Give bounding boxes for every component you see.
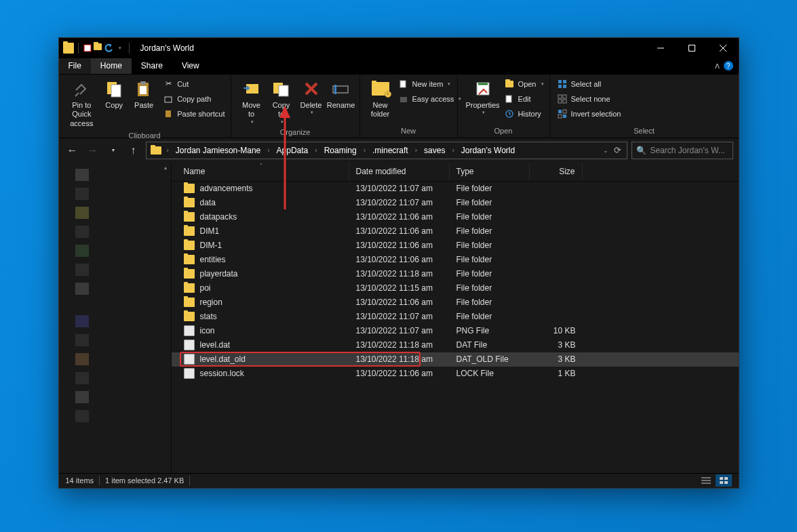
breadcrumb-separator[interactable]: › (361, 146, 368, 154)
file-type: File folder (450, 255, 530, 264)
breadcrumb-item[interactable]: .minecraft (370, 144, 411, 157)
file-row[interactable]: session.lock13/10/2022 11:06 amLOCK File… (172, 367, 739, 381)
view-large-icons-button[interactable] (716, 474, 732, 487)
file-rows-container[interactable]: advancements13/10/2022 11:07 amFile fold… (172, 182, 739, 473)
file-row[interactable]: playerdata13/10/2022 11:18 amFile folder (172, 267, 739, 281)
navigation-pane[interactable]: ▴ (59, 163, 172, 473)
column-header-type[interactable]: Type (450, 163, 530, 181)
file-icon (184, 340, 195, 350)
column-header-date[interactable]: Date modified (349, 163, 450, 181)
file-row[interactable]: data13/10/2022 11:07 amFile folder (172, 196, 739, 210)
file-date: 13/10/2022 11:06 am (349, 369, 450, 378)
tab-home[interactable]: Home (91, 58, 132, 74)
close-button[interactable] (707, 38, 739, 58)
tab-share[interactable]: Share (132, 58, 172, 74)
copy-button[interactable]: Copy (99, 77, 129, 112)
recent-locations-button[interactable]: ▾ (105, 142, 121, 159)
file-type: PNG File (450, 326, 530, 335)
paste-button[interactable]: Paste (129, 77, 159, 112)
copy-to-button[interactable]: Copy to▾ (267, 77, 296, 127)
file-row[interactable]: level.dat_old13/10/2022 11:18 amDAT_OLD … (172, 352, 739, 367)
file-date: 13/10/2022 11:06 am (349, 212, 450, 222)
open-button[interactable]: Open▾ (504, 77, 544, 91)
breadcrumb-separator[interactable]: › (312, 146, 319, 154)
view-details-button[interactable] (698, 474, 714, 487)
sidebar-scrollbar[interactable]: ▴ (160, 163, 171, 473)
address-dropdown-icon[interactable]: ⌄ (603, 147, 608, 154)
breadcrumb-item[interactable]: saves (421, 144, 448, 157)
file-type: File folder (450, 269, 530, 279)
refresh-icon[interactable]: ⟳ (614, 145, 621, 155)
svg-rect-34 (558, 115, 562, 118)
copy-to-icon (271, 79, 292, 99)
edit-button[interactable]: Edit (504, 92, 544, 106)
pin-to-quick-access-button[interactable]: Pin to Quick access (64, 77, 100, 130)
select-none-button[interactable]: Select none (557, 92, 621, 106)
breadcrumb-item[interactable]: AppData (274, 144, 311, 157)
svg-rect-27 (563, 85, 566, 88)
breadcrumb-item[interactable]: Jordan Jamieson-Mane (173, 144, 263, 157)
file-row[interactable]: DIM113/10/2022 11:06 amFile folder (172, 224, 739, 239)
new-item-button[interactable]: New item▾ (398, 77, 462, 91)
svg-rect-11 (166, 110, 171, 117)
breadcrumb-item[interactable]: Jordan's World (459, 144, 518, 157)
maximize-button[interactable] (676, 38, 707, 58)
easy-access-button[interactable]: Easy access▾ (398, 92, 462, 106)
invert-selection-button[interactable]: Invert selection (557, 107, 621, 121)
open-group-label: Open (458, 125, 549, 138)
column-header-name[interactable]: Name˄ (172, 163, 349, 181)
cut-button[interactable]: ✂Cut (163, 77, 225, 91)
minimize-button[interactable] (645, 38, 676, 58)
svg-rect-28 (558, 95, 562, 98)
breadcrumb-separator[interactable]: › (164, 146, 172, 154)
breadcrumb-item[interactable]: Roaming (322, 144, 359, 157)
qat-new-folder-icon[interactable] (94, 43, 103, 53)
help-icon[interactable]: ? (724, 61, 733, 70)
paste-shortcut-button[interactable]: Paste shortcut (163, 107, 225, 121)
delete-button[interactable]: Delete▾ (296, 77, 326, 118)
status-item-count: 14 items (66, 476, 94, 485)
address-bar[interactable]: › Jordan Jamieson-Mane › AppData › Roami… (146, 142, 627, 159)
navigation-row: ← → ▾ ↑ › Jordan Jamieson-Mane › AppData… (59, 138, 739, 163)
select-all-button[interactable]: Select all (557, 77, 621, 91)
breadcrumb-separator[interactable]: › (449, 146, 456, 154)
file-row[interactable]: level.dat13/10/2022 11:18 amDAT File3 KB (172, 338, 739, 352)
file-row[interactable]: datapacks13/10/2022 11:06 amFile folder (172, 210, 739, 224)
move-to-button[interactable]: Move to▾ (237, 77, 267, 127)
file-row[interactable]: entities13/10/2022 11:06 amFile folder (172, 253, 739, 267)
svg-rect-41 (720, 481, 723, 484)
breadcrumb-separator[interactable]: › (265, 146, 272, 154)
file-name: DIM-1 (200, 241, 222, 250)
rename-button[interactable]: Rename (326, 77, 356, 112)
file-icon (184, 354, 195, 365)
tab-file[interactable]: File (59, 58, 91, 74)
file-row[interactable]: region13/10/2022 11:06 amFile folder (172, 295, 739, 310)
breadcrumb-separator[interactable]: › (412, 146, 420, 154)
up-button[interactable]: ↑ (125, 142, 142, 159)
file-row[interactable]: stats13/10/2022 11:07 amFile folder (172, 310, 739, 324)
history-button[interactable]: History (504, 107, 544, 121)
file-type: File folder (450, 226, 530, 236)
new-folder-button[interactable]: ✦ New folder (366, 77, 395, 121)
select-none-icon (557, 94, 568, 104)
qat-properties-icon[interactable] (83, 43, 92, 53)
file-date: 13/10/2022 11:06 am (349, 298, 450, 307)
collapse-ribbon-icon[interactable]: ᐱ (715, 62, 720, 70)
back-button[interactable]: ← (64, 142, 81, 159)
file-name: entities (200, 255, 226, 264)
column-header-size[interactable]: Size (530, 163, 583, 181)
svg-rect-35 (563, 115, 566, 118)
qat-undo-icon[interactable] (104, 43, 114, 53)
tab-view[interactable]: View (172, 58, 209, 74)
svg-rect-6 (111, 85, 121, 97)
forward-button[interactable]: → (85, 142, 101, 159)
qat-dropdown-icon[interactable]: ▾ (115, 43, 125, 53)
file-row[interactable]: icon13/10/2022 11:07 amPNG File10 KB (172, 324, 739, 338)
properties-button[interactable]: Properties▾ (463, 77, 503, 118)
titlebar[interactable]: ▾ Jordan's World (59, 38, 739, 58)
copy-path-button[interactable]: Copy path (163, 92, 225, 106)
file-row[interactable]: DIM-113/10/2022 11:06 amFile folder (172, 239, 739, 253)
search-box[interactable]: 🔍 Search Jordan's W... (631, 142, 733, 159)
file-row[interactable]: poi13/10/2022 11:15 amFile folder (172, 281, 739, 295)
file-row[interactable]: advancements13/10/2022 11:07 amFile fold… (172, 182, 739, 196)
